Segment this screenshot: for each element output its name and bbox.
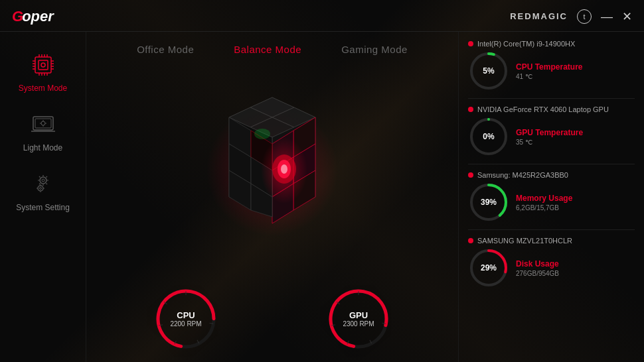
gpu-rpm-label: GPU 2300 RPM <box>343 310 374 328</box>
cpu-gauge: CPU 2200 RPM <box>153 286 219 352</box>
office-mode-button[interactable]: Office Mode <box>137 44 194 55</box>
cpu-metric-section: Intel(R) Core(TM) i9-14900HX 5% CPU Temp… <box>468 40 635 91</box>
system-setting-icon <box>29 170 58 199</box>
svg-point-30 <box>39 188 41 190</box>
sidebar-item-system-setting[interactable]: System Setting <box>0 164 86 217</box>
gpu-info: GPU Temperature 35 ℃ <box>516 128 583 146</box>
cpu-rpm-label: CPU 2200 RPM <box>170 310 201 328</box>
divider-1 <box>468 98 635 99</box>
memory-title: Memory Usage <box>516 194 572 203</box>
gaming-mode-button[interactable]: Gaming Mode <box>341 44 408 55</box>
gpu-rpm-value: 2300 RPM <box>343 320 374 328</box>
svg-point-2 <box>41 63 45 67</box>
svg-point-29 <box>38 186 43 191</box>
sidebar: System Mode Light Mode <box>0 32 86 362</box>
divider-2 <box>468 164 635 164</box>
cube-visual <box>186 84 359 257</box>
cpu-device-header: Intel(R) Core(TM) i9-14900HX <box>468 40 635 48</box>
rpm-gauges: CPU 2200 RPM <box>86 286 458 362</box>
gpu-device-name: NVIDIA GeForce RTX 4060 Laptop GPU <box>477 105 609 113</box>
gpu-percent-label: 0% <box>483 132 494 141</box>
icon-label: t <box>583 13 585 21</box>
system-mode-icon <box>29 50 58 80</box>
disk-device-name: SAMSUNG MZVL21T0HCLR <box>477 237 572 245</box>
svg-point-34 <box>281 164 287 174</box>
system-setting-label: System Setting <box>16 203 70 212</box>
gpu-gauge-ring: GPU 2300 RPM <box>325 286 392 352</box>
memory-info: Memory Usage 6,2GB/15,7GB <box>516 194 572 211</box>
cpu-circle: 5% <box>468 50 509 91</box>
memory-metric-section: Samsung: M425R2GA3BB0 39% Memory Usage 6… <box>468 171 635 223</box>
right-panel: Intel(R) Core(TM) i9-14900HX 5% CPU Temp… <box>458 32 644 362</box>
disk-metric-row: 29% Disk Usage 276GB/954GB <box>468 247 635 288</box>
cpu-rpm-name: CPU <box>170 310 201 320</box>
gpu-rpm-name: GPU <box>343 310 374 320</box>
sidebar-item-light-mode[interactable]: Light Mode <box>0 105 86 158</box>
disk-percent-label: 29% <box>481 263 497 272</box>
disk-device-header: SAMSUNG MZVL21T0HCLR <box>468 237 635 245</box>
header-right: REDMAGIC t — ✕ <box>510 9 632 24</box>
disk-dot <box>468 238 473 243</box>
balance-mode-button[interactable]: Balance Mode <box>234 44 301 55</box>
disk-info: Disk Usage 276GB/954GB <box>516 259 559 277</box>
disk-circle: 29% <box>468 247 509 288</box>
memory-device-name: Samsung: M425R2GA3BB0 <box>477 171 568 179</box>
cpu-percent-label: 5% <box>483 66 494 76</box>
mode-selector: Office Mode Balance Mode Gaming Mode <box>86 32 458 55</box>
light-mode-icon <box>29 110 58 139</box>
redmagic-brand: REDMAGIC <box>510 11 568 21</box>
svg-point-22 <box>41 121 45 125</box>
gpu-circle: 0% <box>468 116 509 157</box>
cpu-metric-row: 5% CPU Temperature 41 ℃ <box>468 50 635 91</box>
gpu-dot <box>468 107 473 112</box>
cpu-subtitle: 41 ℃ <box>516 73 582 80</box>
gpu-metric-section: NVIDIA GeForce RTX 4060 Laptop GPU 0% GP… <box>468 105 635 157</box>
cpu-device-name: Intel(R) Core(TM) i9-14900HX <box>477 40 575 48</box>
gpu-device-header: NVIDIA GeForce RTX 4060 Laptop GPU <box>468 105 635 113</box>
minimize-button[interactable]: — <box>601 11 613 23</box>
cpu-dot <box>468 41 473 46</box>
cpu-title: CPU Temperature <box>516 62 582 72</box>
header: G oper REDMAGIC t — ✕ <box>0 0 644 32</box>
memory-subtitle: 6,2GB/15,7GB <box>516 204 572 211</box>
svg-point-35 <box>254 129 270 139</box>
divider-3 <box>468 229 635 230</box>
logo-icon: G <box>12 8 22 25</box>
close-button[interactable]: ✕ <box>622 11 632 23</box>
settings-circle-icon[interactable]: t <box>577 9 592 24</box>
disk-subtitle: 276GB/954GB <box>516 270 559 277</box>
light-mode-label: Light Mode <box>23 143 62 152</box>
system-mode-label: System Mode <box>19 84 67 93</box>
cpu-gauge-ring: CPU 2200 RPM <box>153 286 219 352</box>
memory-circle: 39% <box>468 182 509 223</box>
main-content: System Mode Light Mode <box>0 32 644 362</box>
svg-rect-1 <box>39 60 48 70</box>
disk-title: Disk Usage <box>516 259 559 269</box>
svg-point-28 <box>42 179 44 182</box>
memory-metric-row: 39% Memory Usage 6,2GB/15,7GB <box>468 182 635 223</box>
disk-metric-section: SAMSUNG MZVL21T0HCLR 29% Disk Usage 276G… <box>468 237 635 288</box>
gpu-title: GPU Temperature <box>516 128 583 137</box>
gpu-subtitle: 35 ℃ <box>516 139 583 146</box>
svg-point-27 <box>40 177 46 184</box>
cpu-info: CPU Temperature 41 ℃ <box>516 62 582 80</box>
gpu-gauge: GPU 2300 RPM <box>325 286 392 352</box>
cpu-rpm-value: 2200 RPM <box>170 320 201 328</box>
logo-text: oper <box>22 8 54 25</box>
memory-percent-label: 39% <box>481 198 497 207</box>
cube-display-area <box>86 55 458 286</box>
logo: G oper <box>12 8 54 25</box>
sidebar-item-system-mode[interactable]: System Mode <box>0 45 86 98</box>
center-panel: Office Mode Balance Mode Gaming Mode <box>86 32 458 362</box>
memory-dot <box>468 172 473 178</box>
gpu-metric-row: 0% GPU Temperature 35 ℃ <box>468 116 635 157</box>
memory-device-header: Samsung: M425R2GA3BB0 <box>468 171 635 179</box>
svg-rect-0 <box>35 57 51 73</box>
